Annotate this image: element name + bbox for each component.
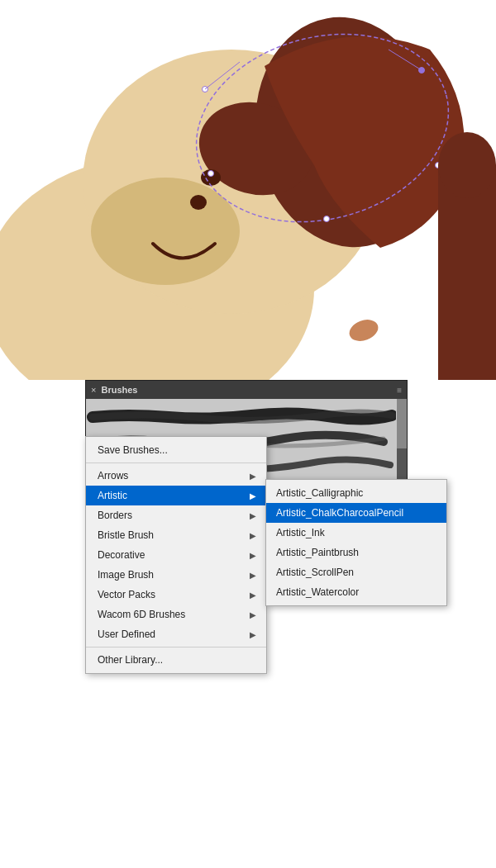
panel-titlebar: × Brushes ≡ <box>86 381 407 399</box>
arrow-icon: ▶ <box>250 551 256 560</box>
arrow-icon: ▶ <box>250 571 256 580</box>
menu-item-save-brushes[interactable]: Save Brushes... <box>86 440 266 460</box>
svg-point-4 <box>91 178 240 285</box>
context-menu: Save Brushes... Arrows ▶ Artistic ▶ Bord… <box>85 436 267 674</box>
menu-item-arrows[interactable]: Arrows ▶ <box>86 466 266 486</box>
menu-item-bristle-brush[interactable]: Bristle Brush ▶ <box>86 525 266 545</box>
panel-menu-icon[interactable]: ≡ <box>397 386 402 395</box>
svg-point-13 <box>208 171 214 177</box>
arrow-icon: ▶ <box>250 472 256 481</box>
arrow-icon: ▶ <box>250 511 256 520</box>
menu-divider-1 <box>86 462 266 463</box>
submenu-item-chalk-charcoal[interactable]: Artistic_ChalkCharcoalPencil <box>266 503 446 523</box>
menu-item-image-brush[interactable]: Image Brush ▶ <box>86 565 266 585</box>
arrow-icon: ▶ <box>250 491 256 500</box>
submenu-item-calligraphic[interactable]: Artistic_Calligraphic <box>266 483 446 503</box>
panel-close-button[interactable]: × <box>91 385 96 395</box>
svg-point-7 <box>190 195 207 210</box>
panel-title: Brushes <box>101 385 137 395</box>
arrow-icon: ▶ <box>250 531 256 540</box>
arrow-icon: ▶ <box>250 591 256 600</box>
submenu-item-ink[interactable]: Artistic_Ink <box>266 523 446 543</box>
dog-canvas <box>0 0 496 380</box>
submenu-item-watercolor[interactable]: Artistic_Watercolor <box>266 582 446 602</box>
arrow-icon: ▶ <box>250 610 256 619</box>
scrollbar-thumb[interactable] <box>397 399 407 448</box>
menu-item-vector-packs[interactable]: Vector Packs ▶ <box>86 585 266 605</box>
arrow-icon: ▶ <box>250 630 256 639</box>
menu-item-decorative[interactable]: Decorative ▶ <box>86 545 266 565</box>
menu-item-wacom[interactable]: Wacom 6D Brushes ▶ <box>86 605 266 624</box>
menu-item-other-library[interactable]: Other Library... <box>86 650 266 670</box>
artistic-submenu: Artistic_Calligraphic Artistic_ChalkChar… <box>265 479 447 606</box>
submenu-item-paintbrush[interactable]: Artistic_Paintbrush <box>266 543 446 562</box>
menu-item-artistic[interactable]: Artistic ▶ <box>86 486 266 505</box>
svg-point-12 <box>324 216 330 222</box>
submenu-item-scrollpen[interactable]: Artistic_ScrollPen <box>266 562 446 582</box>
menu-item-user-defined[interactable]: User Defined ▶ <box>86 624 266 644</box>
menu-item-borders[interactable]: Borders ▶ <box>86 505 266 525</box>
svg-point-17 <box>438 132 496 198</box>
menu-divider-2 <box>86 647 266 647</box>
